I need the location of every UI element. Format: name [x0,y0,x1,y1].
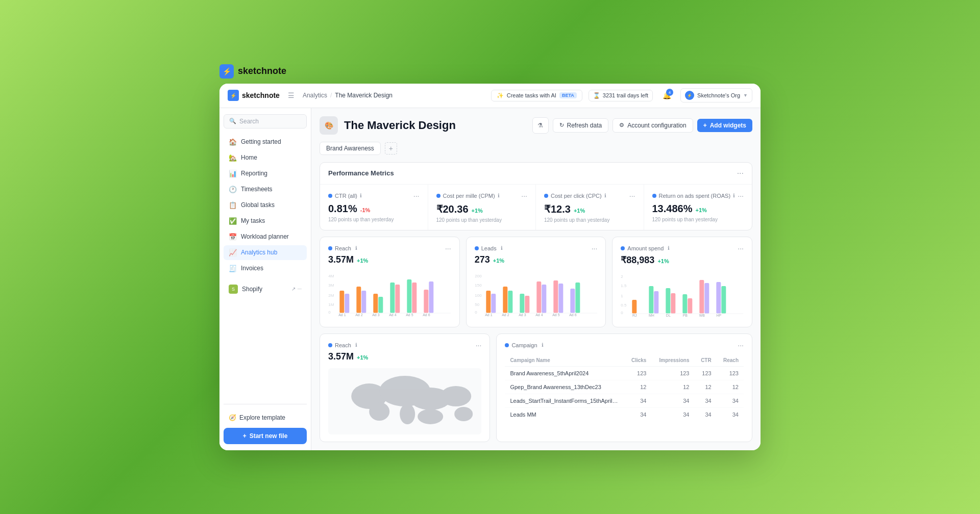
svg-text:HP: HP [717,314,722,317]
explore-template-button[interactable]: 🧭 Explore template [224,410,307,425]
svg-text:200: 200 [475,274,482,278]
notifications-button[interactable]: 🔔 4 [659,88,674,103]
chart-more-icon[interactable]: ··· [738,244,744,252]
sidebar-item-getting-started[interactable]: 🏠 Getting started [224,135,307,149]
spend-bar-chart: 2 1.5 1 0.5 0 [621,272,744,318]
sidebar-item-reporting[interactable]: 📊 Reporting [224,166,307,181]
metric-more-icon[interactable]: ··· [413,192,420,200]
metric-label: Cost per click (CPC) [551,193,602,199]
metric-more-icon[interactable]: ··· [521,192,527,200]
sidebar-item-timesheets[interactable]: 🕐 Timesheets [224,182,307,197]
svg-text:0: 0 [328,310,331,315]
campaign-name: Brand Awareness_5thApril2024 [505,366,624,380]
svg-rect-10 [378,297,383,313]
campaign-card: Campaign ℹ ··· Campaign Name Clicks Impr… [496,333,752,442]
svg-point-76 [400,404,415,424]
svg-rect-55 [654,291,659,314]
svg-rect-57 [671,293,676,314]
svg-text:Ad 3: Ad 3 [372,313,380,317]
sidebar-item-shopify[interactable]: S Shopify ↗ ··· [224,281,307,297]
getting-started-icon: 🏠 [229,138,237,146]
performance-metrics-more-icon[interactable]: ··· [737,169,744,178]
sidebar-item-home[interactable]: 🏡 Home [224,150,307,165]
sidebar-toggle-icon[interactable]: ☰ [288,91,295,99]
sidebar-item-analytics-hub[interactable]: 📈 Analytics hub [224,245,307,260]
svg-point-78 [454,407,473,421]
my-tasks-icon: ✅ [229,217,237,225]
svg-rect-61 [705,283,709,314]
org-name: Sketchnote's Org [697,92,740,98]
performance-metrics-card: Performance Metrics ··· CTR (all) ℹ ··· [320,162,752,230]
refresh-data-button[interactable]: ↻ Refresh data [553,118,609,133]
shopify-icon: S [229,285,238,294]
tab-brand-awareness[interactable]: Brand Awareness [320,142,381,155]
account-config-label: Account configuration [627,122,686,129]
campaign-name: Gpep_Brand Awareness_13thDec23 [505,380,624,394]
trail-days-indicator: ⌛ 3231 trail days left [589,90,653,101]
page-title: The Maverick Design [344,119,526,132]
campaign-impressions: 34 [651,394,694,407]
chart-more-icon[interactable]: ··· [445,244,451,252]
svg-rect-31 [503,287,507,313]
metric-more-icon[interactable]: ··· [738,192,744,200]
svg-rect-33 [520,294,524,313]
timesheets-icon: 🕐 [229,186,237,193]
create-tasks-button[interactable]: ✨ Create tasks with AI BETA [491,90,582,101]
breadcrumb: Analytics / The Maverick Design [303,92,483,99]
workload-icon: 📅 [229,233,237,241]
breadcrumb-parent[interactable]: Analytics [303,92,327,99]
metric-value: ₹20.36 [436,203,469,215]
svg-rect-8 [361,291,366,313]
svg-rect-53 [632,300,637,314]
campaign-more-icon[interactable]: ··· [738,341,744,349]
start-new-file-label: Start new file [250,432,288,440]
metric-value: 13.486% [652,203,693,215]
settings-icon: ⚙ [619,122,624,128]
bottom-grid: Reach ℹ ··· 3.57M +1% [320,333,752,442]
chart-value: 3.57M [328,254,354,265]
org-selector[interactable]: ⚡ Sketchnote's Org ▼ [680,88,752,102]
svg-text:WB: WB [699,314,705,317]
info-icon: ℹ [498,193,500,198]
shopify-more-icon[interactable]: ··· [298,286,302,292]
shopify-open-icon[interactable]: ↗ [291,286,296,292]
sidebar-item-label: My tasks [241,217,265,224]
account-config-button[interactable]: ⚙ Account configuration [612,118,693,133]
metric-dot [436,194,440,198]
app-topbar: ⚡ sketchnote ☰ Analytics / The Maverick … [219,84,761,108]
filter-icon: ⚗ [537,122,543,129]
svg-text:1: 1 [621,294,624,298]
metric-card-cpc: Cost per click (CPC) ℹ ··· ₹12.3 +1% 120… [536,185,644,230]
chart-change: +1% [657,258,669,264]
app-logo: ⚡ sketchnote [228,90,280,101]
start-new-file-button[interactable]: + Start new file [224,428,307,444]
reach-map-more-icon[interactable]: ··· [476,341,482,349]
metric-value: ₹12.3 [544,203,571,215]
chart-label: Amount spend [627,245,664,251]
filter-button[interactable]: ⚗ [532,117,549,134]
metric-change: +1% [695,207,706,213]
svg-point-75 [369,402,389,421]
campaign-clicks: 34 [625,407,652,421]
campaign-ctr: 123 [694,366,716,380]
sidebar-item-invoices[interactable]: 🧾 Invoices [224,261,307,276]
add-widgets-button[interactable]: + Add widgets [697,119,752,132]
table-row: Leads_StartTrail_InstantForms_15thApril2… [505,394,744,407]
metric-more-icon[interactable]: ··· [629,192,635,200]
topbar-actions: ✨ Create tasks with AI BETA ⌛ 3231 trail… [491,88,752,103]
map-visualization [328,368,481,434]
svg-rect-63 [722,286,726,314]
sidebar-item-global-tasks[interactable]: 📋 Global tasks [224,198,307,213]
svg-rect-38 [558,284,563,313]
tab-add-button[interactable]: + [385,142,397,155]
reach-map-change: +1% [357,354,368,361]
col-header-name: Campaign Name [505,354,624,367]
campaign-clicks: 12 [625,380,652,394]
sidebar-item-my-tasks[interactable]: ✅ My tasks [224,214,307,228]
sidebar-bottom: 🧭 Explore template + Start new file [224,404,307,444]
search-input[interactable]: 🔍 Search [224,114,307,128]
svg-rect-32 [508,291,512,313]
chart-more-icon[interactable]: ··· [592,244,598,252]
reach-map-label: Reach [335,342,351,348]
sidebar-item-workload-planner[interactable]: 📅 Workload planner [224,229,307,244]
